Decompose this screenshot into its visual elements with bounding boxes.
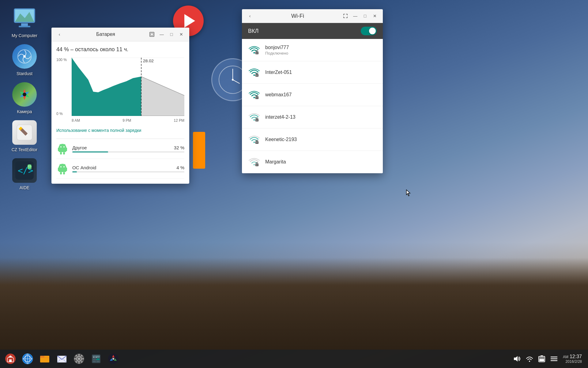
wifi-signal-icon-webmax167 — [248, 89, 260, 101]
wifi-maximize-button[interactable]: □ — [361, 12, 369, 20]
toggle-knob — [369, 28, 376, 34]
svg-rect-53 — [58, 167, 59, 171]
wifi-network-name-bonjovi777: bonjovi777 — [265, 45, 289, 50]
svg-point-12 — [23, 93, 26, 96]
app-percent-android: 4 % — [176, 165, 184, 170]
wifi-network-list: bonjovi777 Подключено InterZet-051 — [242, 39, 383, 173]
taskbar-calculator-button[interactable]: + × = - 1+2 — [88, 351, 104, 367]
desktop-icon-cz-texteditor[interactable]: CZ TextEditor — [5, 120, 44, 152]
taskbar-volume-icon[interactable] — [513, 355, 521, 363]
svg-point-3 — [232, 79, 234, 81]
svg-rect-76 — [9, 359, 12, 362]
stardust-icon — [12, 44, 37, 69]
wifi-network-item-margarita[interactable]: Margarita — [242, 151, 383, 173]
wifi-network-name-webmax167: webmax167 — [265, 92, 292, 98]
wifi-signal-icon-margarita — [248, 156, 260, 168]
battery-back-button[interactable]: ‹ — [55, 30, 64, 39]
svg-rect-22 — [28, 166, 32, 169]
desktop-icon-aide[interactable]: </> AIDE — [5, 158, 44, 190]
taskbar-system-tray: AM 12:37 2016/2/28 — [513, 354, 586, 364]
svg-point-66 — [254, 119, 255, 121]
svg-rect-106 — [96, 361, 100, 362]
android-icon-os — [56, 163, 69, 175]
clock-date: 2016/2/28 — [566, 359, 582, 364]
svg-rect-103 — [93, 358, 96, 360]
wifi-network-item-webmax167[interactable]: webmax167 — [242, 84, 383, 106]
wifi-titlebar: ‹ Wi-Fi — □ ✕ — [242, 9, 383, 23]
svg-rect-93 — [82, 358, 84, 359]
taskbar-battery-icon[interactable] — [538, 355, 545, 363]
desktop-icon-my-computer[interactable]: My Computer — [5, 6, 44, 38]
wifi-toggle-switch[interactable] — [361, 27, 377, 35]
battery-maximize-button[interactable]: □ — [167, 30, 176, 39]
svg-point-40 — [63, 146, 65, 148]
svg-point-74 — [257, 165, 258, 166]
battery-chart: 100 % 0 % — [56, 58, 184, 125]
desktop-icon-label-cz: CZ TextEditor — [12, 147, 38, 152]
svg-rect-91 — [78, 362, 80, 364]
svg-point-23 — [28, 166, 29, 167]
app-percent-other: 32 % — [174, 145, 184, 150]
wifi-expand-button[interactable] — [341, 12, 350, 20]
camera-icon-img — [12, 82, 37, 107]
taskbar-wifi-icon[interactable] — [526, 355, 533, 363]
wifi-toggle-label: ВКЛ — [248, 28, 258, 34]
battery-usage-link[interactable]: Использование с момента полной зарядки — [56, 128, 184, 134]
taskbar-mail-button[interactable] — [54, 351, 70, 367]
taskbar-files-button[interactable] — [37, 351, 53, 367]
taskbar-photos-button[interactable] — [105, 351, 121, 367]
wifi-close-button[interactable]: ✕ — [371, 12, 379, 20]
battery-app-item-android[interactable]: ОС Android 4 % — [56, 159, 184, 179]
svg-line-2 — [233, 80, 239, 83]
cz-icon-img — [12, 120, 37, 145]
svg-point-89 — [78, 358, 80, 360]
svg-rect-7 — [19, 26, 30, 27]
wifi-window-title: Wi-Fi — [257, 13, 339, 19]
chart-x-8am: 8 AM — [72, 118, 80, 123]
svg-rect-44 — [66, 148, 67, 151]
wifi-network-item-bonjovi777[interactable]: bonjovi777 Подключено — [242, 39, 383, 61]
svg-point-111 — [529, 361, 530, 362]
clock-ampm: AM — [563, 355, 568, 359]
battery-minimize-button[interactable]: — — [157, 30, 166, 39]
battery-window: ‹ Батарея — □ ✕ 44 % – осталось около 11… — [51, 28, 189, 184]
svg-rect-43 — [58, 148, 59, 151]
wifi-signal-icon-keenetic-2193 — [248, 133, 260, 146]
app-progress-android — [72, 171, 77, 172]
battery-expand-button[interactable] — [148, 30, 156, 39]
desktop-icon-stardust[interactable]: Stardust — [5, 44, 44, 76]
aide-icon-img: </> — [12, 158, 37, 183]
taskbar: + × = - 1+2 — [0, 350, 588, 368]
desktop-icon-label-stardust: Stardust — [17, 71, 32, 76]
taskbar-menu-icon[interactable] — [550, 355, 558, 363]
chart-y-max: 100 % — [56, 58, 72, 62]
wifi-header: ВКЛ — [242, 23, 383, 39]
wifi-back-button[interactable]: ‹ — [246, 12, 254, 20]
svg-point-69 — [254, 142, 255, 143]
chart-y-min: 0 % — [56, 112, 72, 116]
svg-point-75 — [5, 354, 16, 364]
battery-app-item-other[interactable]: Другое 32 % — [56, 139, 184, 159]
wifi-network-item-keenetic-2193[interactable]: Keenetic-2193 — [242, 128, 383, 151]
svg-text:1+2: 1+2 — [97, 356, 100, 358]
computer-icon — [13, 7, 36, 29]
svg-point-72 — [254, 164, 255, 166]
wifi-window: ‹ Wi-Fi — □ ✕ ВКЛ — [242, 9, 383, 173]
svg-text:+  ×: + × — [93, 356, 97, 358]
wifi-network-item-interzet051[interactable]: InterZet-051 — [242, 61, 383, 84]
svg-point-24 — [30, 166, 31, 167]
taskbar-settings-button[interactable] — [71, 351, 87, 367]
svg-rect-105 — [93, 361, 96, 362]
battery-status-text: 44 % – осталось около 11 ч. — [56, 46, 184, 53]
wifi-minimize-button[interactable]: — — [351, 12, 360, 20]
wifi-network-item-interzet4-2-13[interactable]: interzet4-2-13 — [242, 106, 383, 128]
battery-close-button[interactable]: ✕ — [177, 30, 186, 39]
svg-marker-110 — [514, 356, 518, 362]
desktop-icon-camera[interactable]: Камера — [5, 82, 44, 114]
svg-rect-56 — [63, 172, 65, 174]
taskbar-browser-button[interactable] — [20, 351, 36, 367]
svg-rect-54 — [66, 167, 67, 171]
app-name-other: Другое — [72, 145, 87, 150]
taskbar-launcher-button[interactable] — [2, 351, 18, 367]
svg-point-50 — [63, 166, 65, 167]
